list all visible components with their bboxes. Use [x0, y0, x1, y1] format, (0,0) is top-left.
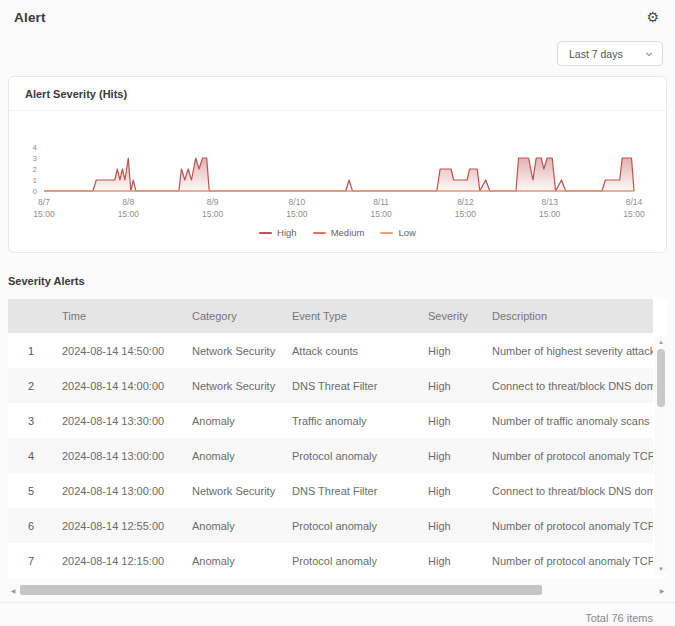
table-row[interactable]: 6 2024-08-14 12:55:00 Anomaly Protocol a…	[8, 508, 653, 543]
row-severity: High	[418, 380, 482, 392]
row-event-type: Attack counts	[282, 345, 418, 357]
chart-title: Alert Severity (Hits)	[9, 77, 666, 111]
row-severity: High	[418, 485, 482, 497]
legend-label-low: Low	[398, 227, 415, 238]
row-category: Network Security	[182, 345, 282, 357]
row-category: Anomaly	[182, 555, 282, 567]
row-index: 7	[8, 555, 52, 567]
row-time: 2024-08-14 14:50:00	[52, 345, 182, 357]
svg-text:4: 4	[33, 143, 38, 152]
row-severity: High	[418, 415, 482, 427]
col-header-severity: Severity	[418, 310, 482, 322]
svg-text:15:00: 15:00	[623, 209, 645, 219]
svg-text:15:00: 15:00	[371, 209, 393, 219]
row-severity: High	[418, 450, 482, 462]
row-time: 2024-08-14 13:30:00	[52, 415, 182, 427]
scroll-right-icon[interactable]: ▶	[657, 587, 667, 594]
svg-text:8/7: 8/7	[38, 197, 50, 207]
svg-text:0: 0	[33, 187, 38, 196]
row-category: Network Security	[182, 380, 282, 392]
row-time: 2024-08-14 13:00:00	[52, 450, 182, 462]
row-category: Anomaly	[182, 415, 282, 427]
row-index: 3	[8, 415, 52, 427]
legend-label-medium: Medium	[331, 227, 365, 238]
table-total-count: Total 76 items	[0, 602, 675, 624]
horizontal-scrollbar[interactable]: ◀ ▶	[8, 584, 667, 596]
row-category: Anomaly	[182, 520, 282, 532]
col-header-time: Time	[52, 310, 182, 322]
vertical-scroll-track[interactable]	[655, 347, 667, 564]
scroll-down-icon[interactable]: ▼	[658, 564, 664, 574]
row-description: Number of protocol anomaly TCP	[482, 555, 653, 567]
col-header-description: Description	[482, 310, 653, 322]
table-row[interactable]: 3 2024-08-14 13:30:00 Anomaly Traffic an…	[8, 403, 653, 438]
table-row[interactable]: 5 2024-08-14 13:00:00 Network Security D…	[8, 473, 653, 508]
row-event-type: Protocol anomaly	[282, 520, 418, 532]
table-row[interactable]: 1 2024-08-14 14:50:00 Network Security A…	[8, 333, 653, 368]
time-range-dropdown[interactable]: Last 7 days	[557, 41, 663, 66]
row-description: Number of traffic anomaly scans	[482, 415, 653, 427]
row-description: Number of protocol anomaly TCP	[482, 450, 653, 462]
table-row[interactable]: 4 2024-08-14 13:00:00 Anomaly Protocol a…	[8, 438, 653, 473]
svg-text:8/11: 8/11	[373, 197, 389, 207]
table-body: 1 2024-08-14 14:50:00 Network Security A…	[8, 333, 667, 578]
horizontal-scroll-thumb[interactable]	[20, 585, 542, 595]
table-row[interactable]: 2 2024-08-14 14:00:00 Network Security D…	[8, 368, 653, 403]
row-severity: High	[418, 555, 482, 567]
row-time: 2024-08-14 13:00:00	[52, 485, 182, 497]
col-header-category: Category	[182, 310, 282, 322]
row-severity: High	[418, 345, 482, 357]
chart-legend: High Medium Low	[9, 223, 666, 252]
svg-text:3: 3	[33, 154, 38, 163]
svg-text:8/8: 8/8	[122, 197, 134, 207]
row-index: 1	[8, 345, 52, 357]
svg-text:2: 2	[33, 165, 38, 174]
alert-severity-panel: Alert Severity (Hits) 012348/715:008/815…	[8, 76, 667, 253]
legend-item-medium[interactable]: Medium	[313, 227, 365, 238]
severity-alerts-table: Time Category Event Type Severity Descri…	[8, 299, 667, 578]
vertical-scrollbar[interactable]: ▲ ▼	[655, 337, 667, 574]
scroll-left-icon[interactable]: ◀	[8, 587, 18, 594]
row-event-type: Traffic anomaly	[282, 415, 418, 427]
row-index: 2	[8, 380, 52, 392]
alert-severity-chart: 012348/715:008/815:008/915:008/1015:008/…	[9, 121, 666, 223]
time-range-value: Last 7 days	[569, 48, 623, 60]
row-index: 6	[8, 520, 52, 532]
svg-text:15:00: 15:00	[455, 209, 477, 219]
legend-label-high: High	[277, 227, 297, 238]
table-row[interactable]: 7 2024-08-14 12:15:00 Anomaly Protocol a…	[8, 543, 653, 578]
row-event-type: Protocol anomaly	[282, 450, 418, 462]
svg-text:8/14: 8/14	[626, 197, 643, 207]
svg-text:8/9: 8/9	[207, 197, 219, 207]
svg-text:15:00: 15:00	[202, 209, 224, 219]
row-event-type: DNS Threat Filter	[282, 380, 418, 392]
row-index: 4	[8, 450, 52, 462]
svg-text:8/10: 8/10	[289, 197, 306, 207]
filter-row: Last 7 days	[0, 25, 675, 76]
row-severity: High	[418, 520, 482, 532]
vertical-scroll-thumb[interactable]	[657, 349, 665, 407]
settings-gear-icon[interactable]: ⚙	[646, 10, 659, 24]
row-description: Number of protocol anomaly TCP	[482, 520, 653, 532]
row-description: Number of highest severity attack	[482, 345, 653, 357]
row-time: 2024-08-14 12:15:00	[52, 555, 182, 567]
row-event-type: Protocol anomaly	[282, 555, 418, 567]
legend-swatch-low	[380, 232, 393, 234]
row-category: Anomaly	[182, 450, 282, 462]
page-title: Alert	[14, 10, 46, 25]
col-header-event-type: Event Type	[282, 310, 418, 322]
row-description: Connect to threat/block DNS dom	[482, 380, 653, 392]
svg-text:15:00: 15:00	[286, 209, 308, 219]
legend-item-high[interactable]: High	[259, 227, 297, 238]
table-header-row: Time Category Event Type Severity Descri…	[8, 299, 653, 333]
horizontal-scroll-track[interactable]	[18, 585, 657, 595]
legend-swatch-medium	[313, 232, 326, 234]
svg-text:15:00: 15:00	[33, 209, 55, 219]
chevron-down-icon	[645, 50, 653, 58]
row-index: 5	[8, 485, 52, 497]
row-description: Connect to threat/block DNS dom	[482, 485, 653, 497]
top-bar: Alert ⚙	[0, 0, 675, 25]
row-time: 2024-08-14 12:55:00	[52, 520, 182, 532]
legend-item-low[interactable]: Low	[380, 227, 415, 238]
scroll-up-icon[interactable]: ▲	[658, 337, 664, 347]
